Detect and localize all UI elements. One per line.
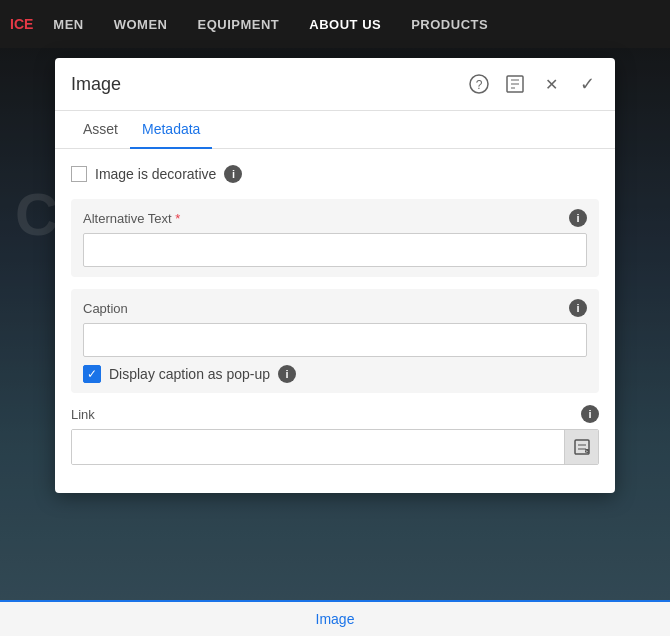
link-info-icon[interactable]: i <box>581 405 599 423</box>
caption-label: Caption <box>83 301 128 316</box>
alt-text-section: Alternative Text * i <box>71 199 599 277</box>
decorative-checkbox-row: Image is decorative i <box>71 165 599 183</box>
decorative-info-icon[interactable]: i <box>224 165 242 183</box>
close-icon[interactable]: ✕ <box>539 72 563 96</box>
nav-item-products[interactable]: PRODUCTS <box>411 17 488 32</box>
help-icon[interactable]: ? <box>467 72 491 96</box>
caption-popup-row: ✓ Display caption as pop-up i <box>83 365 587 383</box>
required-star: * <box>172 211 181 226</box>
tab-metadata[interactable]: Metadata <box>130 111 212 149</box>
caption-section: Caption i ✓ Display caption as pop-up i <box>71 289 599 393</box>
modal-body: Image is decorative i Alternative Text *… <box>55 149 615 493</box>
expand-icon[interactable] <box>503 72 527 96</box>
caption-input[interactable] <box>83 323 587 357</box>
navbar: ICE MEN WOMEN EQUIPMENT ABOUT US PRODUCT… <box>0 0 670 48</box>
alt-text-info-icon[interactable]: i <box>569 209 587 227</box>
alt-text-header: Alternative Text * i <box>83 209 587 227</box>
link-input[interactable] <box>72 430 564 464</box>
bottom-bar-label: Image <box>316 611 355 627</box>
link-section: Link i <box>71 405 599 465</box>
bottom-bar: Image <box>0 600 670 636</box>
nav-item-men[interactable]: MEN <box>53 17 83 32</box>
nav-item-equipment[interactable]: EQUIPMENT <box>198 17 280 32</box>
alt-text-input[interactable] <box>83 233 587 267</box>
caption-info-icon[interactable]: i <box>569 299 587 317</box>
caption-popup-info-icon[interactable]: i <box>278 365 296 383</box>
decorative-label: Image is decorative <box>95 166 216 182</box>
modal-header-icons: ? ✕ ✓ <box>467 72 599 96</box>
modal-title: Image <box>71 74 121 95</box>
link-input-row <box>71 429 599 465</box>
caption-popup-checkbox[interactable]: ✓ <box>83 365 101 383</box>
nav-items: MEN WOMEN EQUIPMENT ABOUT US PRODUCTS <box>53 17 488 32</box>
svg-text:?: ? <box>476 78 483 92</box>
link-label: Link <box>71 407 95 422</box>
nav-item-about[interactable]: ABOUT US <box>309 17 381 32</box>
modal-overlay: Image ? ✕ ✓ Asset <box>0 48 670 600</box>
link-browse-button[interactable] <box>564 430 598 464</box>
caption-header: Caption i <box>83 299 587 317</box>
nav-item-women[interactable]: WOMEN <box>114 17 168 32</box>
confirm-icon[interactable]: ✓ <box>575 72 599 96</box>
alt-text-label: Alternative Text * <box>83 211 180 226</box>
nav-brand: ICE <box>10 16 33 32</box>
decorative-checkbox[interactable] <box>71 166 87 182</box>
caption-popup-label: Display caption as pop-up <box>109 366 270 382</box>
link-header: Link i <box>71 405 599 423</box>
modal-tabs: Asset Metadata <box>55 111 615 149</box>
tab-asset[interactable]: Asset <box>71 111 130 149</box>
modal: Image ? ✕ ✓ Asset <box>55 58 615 493</box>
modal-header: Image ? ✕ ✓ <box>55 58 615 111</box>
